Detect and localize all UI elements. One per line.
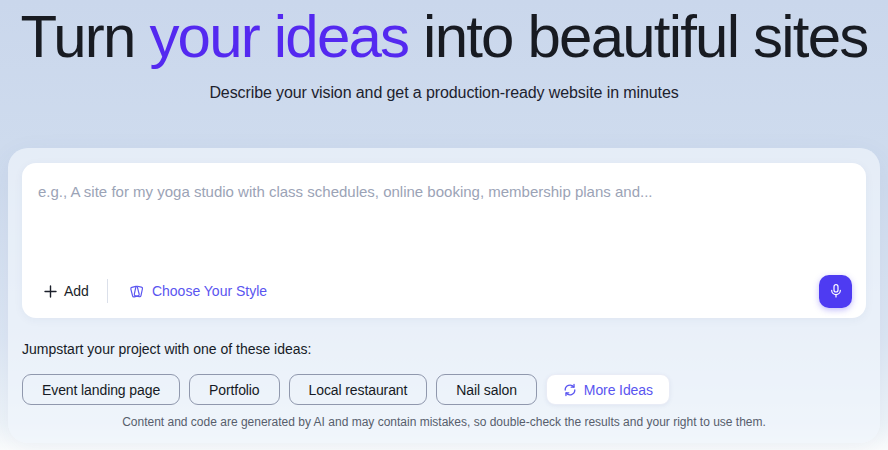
ideas-label: Jumpstart your project with one of these… bbox=[22, 340, 311, 358]
plus-icon bbox=[44, 285, 57, 298]
style-cards-fan-icon bbox=[128, 283, 145, 300]
add-button-label: Add bbox=[64, 283, 89, 299]
add-button[interactable]: Add bbox=[38, 279, 95, 303]
prompt-panel: Add Choose Your Style bbox=[8, 148, 880, 443]
refresh-icon bbox=[563, 383, 577, 397]
page-title-part1: Turn bbox=[21, 3, 150, 70]
chip-nail-salon[interactable]: Nail salon bbox=[436, 374, 536, 405]
more-ideas-button[interactable]: More Ideas bbox=[546, 374, 670, 405]
page-title-part2: into beautiful sites bbox=[408, 3, 867, 70]
page-title-highlight: your ideas bbox=[149, 3, 408, 70]
chip-event-landing-page[interactable]: Event landing page bbox=[22, 374, 180, 405]
ai-disclaimer: Content and code are generated by AI and… bbox=[8, 414, 880, 430]
page-title: Turn your ideas into beautiful sites bbox=[0, 0, 888, 74]
voice-input-button[interactable] bbox=[819, 275, 852, 308]
prompt-toolbar: Add Choose Your Style bbox=[38, 275, 852, 307]
microphone-icon bbox=[828, 283, 844, 299]
idea-chips: Event landing page Portfolio Local resta… bbox=[22, 374, 670, 405]
prompt-input[interactable] bbox=[22, 163, 866, 263]
toolbar-divider bbox=[107, 279, 108, 303]
chip-portfolio[interactable]: Portfolio bbox=[189, 374, 279, 405]
prompt-card: Add Choose Your Style bbox=[22, 163, 866, 318]
choose-style-label: Choose Your Style bbox=[152, 283, 267, 299]
choose-style-button[interactable]: Choose Your Style bbox=[122, 279, 273, 304]
page: Turn your ideas into beautiful sites Des… bbox=[0, 0, 888, 450]
chip-local-restaurant[interactable]: Local restaurant bbox=[289, 374, 428, 405]
more-ideas-label: More Ideas bbox=[584, 382, 653, 398]
page-subtitle: Describe your vision and get a productio… bbox=[0, 83, 888, 103]
